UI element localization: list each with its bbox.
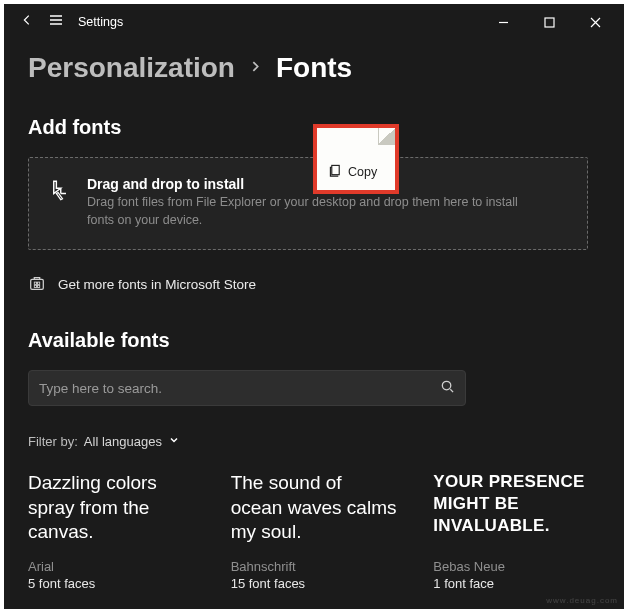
titlebar: Settings (4, 4, 624, 40)
breadcrumb: Personalization Fonts (28, 52, 600, 84)
font-faces: 1 font face (433, 576, 600, 591)
copy-label: Copy (348, 165, 377, 179)
font-faces: 15 font faces (231, 576, 398, 591)
chevron-down-icon (168, 434, 180, 449)
available-fonts-heading: Available fonts (28, 329, 600, 352)
search-icon[interactable] (440, 379, 455, 398)
chevron-right-icon (249, 59, 262, 77)
drag-note-icon: Copy (317, 128, 395, 190)
breadcrumb-current: Fonts (276, 52, 352, 84)
maximize-button[interactable] (526, 4, 572, 40)
store-icon (28, 274, 46, 295)
svg-rect-5 (37, 285, 39, 287)
close-button[interactable] (572, 4, 618, 40)
breadcrumb-parent[interactable]: Personalization (28, 52, 235, 84)
filter-value: All languages (84, 434, 162, 449)
font-name: Arial (28, 559, 195, 574)
filter-label: Filter by: (28, 434, 78, 449)
font-search[interactable] (28, 370, 466, 406)
svg-point-6 (442, 381, 450, 389)
font-name: Bahnschrift (231, 559, 398, 574)
font-card-bahnschrift[interactable]: The sound of ocean waves calms my soul. … (231, 471, 398, 591)
font-dropzone[interactable]: Drag and drop to install Drag font files… (28, 157, 588, 250)
svg-rect-7 (332, 165, 339, 174)
drag-copy-tooltip: Copy (313, 124, 399, 194)
back-button[interactable] (20, 13, 34, 31)
svg-rect-3 (37, 282, 39, 284)
font-preview: Your presence might be invaluable. (433, 471, 600, 553)
filter-row[interactable]: Filter by: All languages (28, 434, 600, 449)
window-title: Settings (78, 15, 123, 29)
svg-rect-2 (34, 282, 36, 284)
minimize-button[interactable] (480, 4, 526, 40)
menu-button[interactable] (48, 12, 64, 32)
font-faces: 5 font faces (28, 576, 195, 591)
store-link-label: Get more fonts in Microsoft Store (58, 277, 256, 292)
settings-window: Settings Personalization Fonts Add fonts (4, 4, 624, 609)
svg-rect-4 (34, 285, 36, 287)
drag-drop-icon (45, 176, 73, 208)
svg-rect-0 (545, 18, 554, 27)
font-card-bebas-neue[interactable]: Your presence might be invaluable. Bebas… (433, 471, 600, 591)
font-preview: Dazzling colors spray from the canvas. (28, 471, 195, 553)
font-preview: The sound of ocean waves calms my soul. (231, 471, 398, 553)
microsoft-store-link[interactable]: Get more fonts in Microsoft Store (28, 270, 600, 299)
font-card-arial[interactable]: Dazzling colors spray from the canvas. A… (28, 471, 195, 591)
dropzone-title: Drag and drop to install (87, 176, 527, 192)
font-grid: Dazzling colors spray from the canvas. A… (28, 471, 600, 591)
search-input[interactable] (39, 381, 440, 396)
copy-icon (329, 164, 342, 180)
dropzone-subtitle: Drag font files from File Explorer or yo… (87, 194, 527, 229)
watermark: www.deuag.com (546, 596, 618, 605)
font-name: Bebas Neue (433, 559, 600, 574)
